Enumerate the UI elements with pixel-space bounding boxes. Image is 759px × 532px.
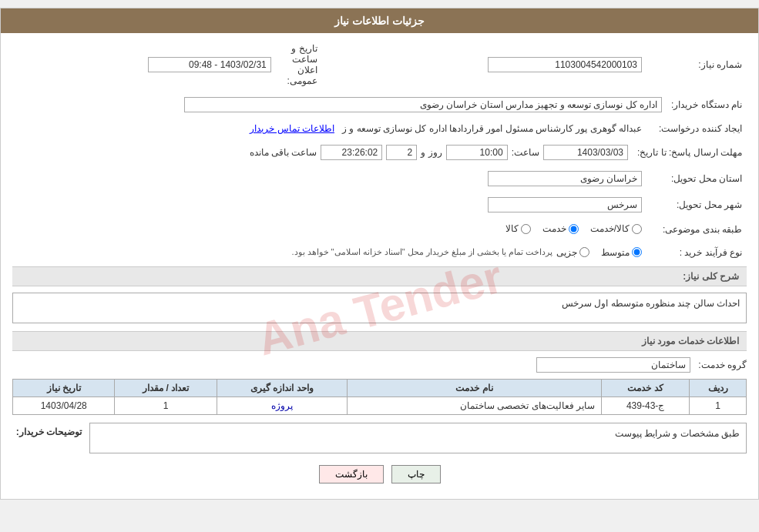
- farayand-option-jozi[interactable]: جزیی: [556, 247, 589, 258]
- tabaqe-option-khedmat[interactable]: خدمت: [542, 223, 579, 234]
- col-vahed: واحد اندازه گیری: [217, 379, 348, 396]
- shahr-table: شهر محل تحویل: سرخس: [12, 195, 747, 215]
- mohlat-saat-value: 10:00: [446, 145, 508, 160]
- goroh-value: ساختمان: [536, 357, 690, 373]
- sharh-section-title: شرح کلی نیاز:: [12, 266, 747, 286]
- goroh-row: گروه خدمت: ساختمان: [12, 357, 747, 373]
- cell-tedad: 1: [115, 396, 217, 414]
- ijad-table: ایجاد کننده درخواست: عبداله گوهری پور کا…: [12, 121, 747, 136]
- shomara-value: 1103004542000103: [488, 57, 642, 72]
- cell-vahed: پروژه: [217, 396, 348, 414]
- farayand-radio-jozi[interactable]: [579, 247, 589, 257]
- tarikh-value: 1403/02/31 - 09:48: [148, 57, 271, 72]
- farayand-table: نوع فرآیند خرید : متوسط جزیی: [12, 245, 747, 260]
- farayand-note: پرداخت تمام یا بخشی از مبلغ خریدار محل "…: [291, 247, 552, 257]
- mohlat-baqi-label: ساعت باقی مانده: [250, 147, 317, 158]
- goroh-label: گروه خدمت:: [698, 360, 747, 370]
- mohlat-rooz-value: 2: [386, 145, 417, 160]
- col-tarikh: تاریخ نیاز: [13, 379, 115, 396]
- farayand-label: نوع فرآیند خرید :: [646, 245, 747, 260]
- nam-dastgah-label: نام دستگاه خریدار:: [667, 95, 747, 115]
- farayand-label-motosat: متوسط: [601, 247, 630, 258]
- tabaqe-label-kala-khedmat: کالا/خدمت: [590, 223, 630, 234]
- ijad-value: عبداله گوهری پور کارشناس مسئول امور قرار…: [342, 123, 642, 134]
- farayand-radio-motosat[interactable]: [632, 247, 642, 257]
- tabaqe-label-kala: کالا: [505, 223, 519, 234]
- top-info-table: شماره نیاز: 1103004542000103 تاریخ و ساع…: [12, 41, 747, 89]
- ijad-link[interactable]: اطلاعات تماس خریدار: [250, 123, 334, 134]
- tabaqe-option-kala-khedmat[interactable]: کالا/خدمت: [590, 223, 642, 234]
- col-kod: کد خدمت: [602, 379, 690, 396]
- sharh-row: Ana Tender احداث سالن چند منظوره متوسطه …: [12, 293, 747, 323]
- khadamat-section-title: اطلاعات خدمات مورد نیاز: [12, 331, 747, 351]
- page-header: جزئیات اطلاعات نیاز: [1, 8, 758, 33]
- cell-tarikh: 1403/04/28: [13, 396, 115, 414]
- ostan-label: استان محل تحویل:: [646, 169, 747, 189]
- nam-dastgah-value: اداره کل نوسازی توسعه و تجهیز مدارس استا…: [184, 97, 662, 112]
- shahr-label: شهر محل تحویل:: [646, 195, 747, 215]
- mohlat-table: مهلت ارسال پاسخ: تا تاریخ: 1403/03/03 سا…: [12, 142, 747, 162]
- ijad-label: ایجاد کننده درخواست:: [646, 121, 747, 136]
- col-nam: نام خدمت: [348, 379, 602, 396]
- tvsif-box: طبق مشخصات و شرایط پیوست: [89, 423, 747, 453]
- tabaqe-label-khedmat: خدمت: [542, 223, 566, 234]
- sharh-title-text: شرح کلی نیاز:: [683, 271, 739, 282]
- button-row: چاپ بازگشت: [12, 465, 747, 483]
- tabaqe-radio-group: کالا/خدمت خدمت کالا: [505, 223, 642, 234]
- tarikh-label: تاریخ و ساعت اعلان عمومی:: [276, 41, 322, 89]
- print-button[interactable]: چاپ: [391, 465, 441, 483]
- page-title: جزئیات اطلاعات نیاز: [334, 15, 425, 27]
- tabaqe-table: طبقه بندی موضوعی: کالا/خدمت خدمت: [12, 221, 747, 239]
- mohlat-saat-label: ساعت:: [512, 147, 539, 158]
- cell-kod: ج-43-439: [602, 396, 690, 414]
- back-button[interactable]: بازگشت: [319, 465, 384, 483]
- khadamat-title-text: اطلاعات خدمات مورد نیاز: [642, 336, 739, 346]
- dastgah-table: نام دستگاه خریدار: اداره کل نوسازی توسعه…: [12, 95, 747, 115]
- cell-radif: 1: [690, 396, 747, 414]
- tabaqe-option-kala[interactable]: کالا: [505, 223, 531, 234]
- tabaqe-radio-khedmat[interactable]: [569, 224, 579, 234]
- page-wrapper: جزئیات اطلاعات نیاز شماره نیاز: 11030045…: [0, 8, 759, 500]
- mohlat-date: 1403/03/03: [543, 145, 628, 160]
- mohlat-baqi-value: 23:26:02: [321, 145, 382, 160]
- tvsif-value: طبق مشخصات و شرایط پیوست: [615, 428, 740, 439]
- farayand-option-motosat[interactable]: متوسط: [601, 247, 642, 258]
- content-area: شماره نیاز: 1103004542000103 تاریخ و ساع…: [1, 33, 758, 499]
- mohlat-rooz-label: روز و: [421, 147, 442, 158]
- tabaqe-radio-kala-khedmat[interactable]: [632, 224, 642, 234]
- ostan-table: استان محل تحویل: خراسان رضوی: [12, 169, 747, 189]
- farayand-label-jozi: جزیی: [556, 247, 577, 258]
- sharh-box: Ana Tender احداث سالن چند منظوره متوسطه …: [12, 293, 747, 323]
- table-row: 1 ج-43-439 سایر فعالیت‌های تخصصی ساختمان…: [13, 396, 747, 414]
- farayand-radio-group: متوسط جزیی: [556, 247, 642, 258]
- shahr-value: سرخس: [488, 197, 642, 212]
- col-tedad: تعداد / مقدار: [115, 379, 217, 396]
- col-radif: ردیف: [690, 379, 747, 396]
- tvsif-row: طبق مشخصات و شرایط پیوست توضیحات خریدار:: [12, 423, 747, 453]
- mohlat-label: مهلت ارسال پاسخ: تا تاریخ:: [633, 142, 747, 162]
- tvsif-label: توضیحات خریدار:: [12, 423, 82, 437]
- tabaqe-radio-kala[interactable]: [521, 224, 531, 234]
- sharh-value: احداث سالن چند منظوره متوسطه اول سرخس: [562, 298, 740, 309]
- cell-nam: سایر فعالیت‌های تخصصی ساختمان: [348, 396, 602, 414]
- services-table: ردیف کد خدمت نام خدمت واحد اندازه گیری ت…: [12, 379, 747, 415]
- shomara-label: شماره نیاز:: [646, 41, 747, 89]
- ostan-value: خراسان رضوی: [488, 171, 642, 186]
- tabaqe-label: طبقه بندی موضوعی:: [646, 221, 747, 239]
